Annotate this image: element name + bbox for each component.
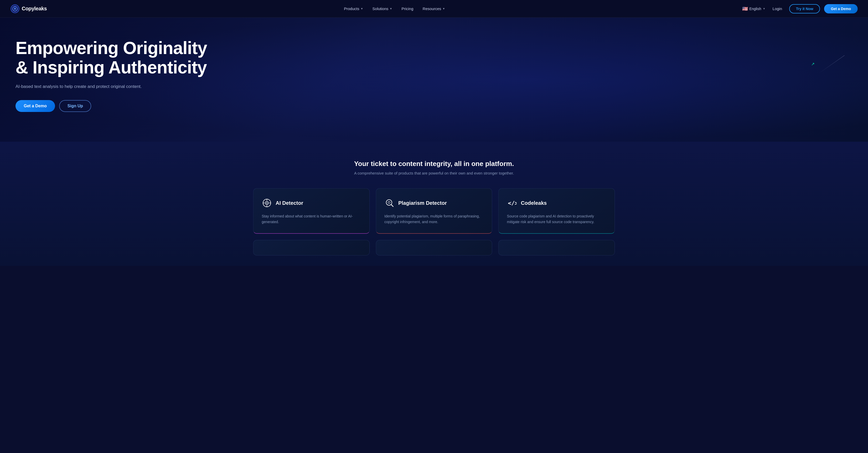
product-card-ai-detector[interactable]: AI Detector Stay informed about what con…: [253, 188, 370, 234]
hero-title: Empowering Originality & Inspiring Authe…: [16, 38, 212, 77]
product-card-codeleaks[interactable]: </> Codeleaks Source code plagiarism and…: [498, 188, 615, 234]
hero-subtitle: AI-based text analysis to help create an…: [16, 83, 212, 90]
section-title: Your ticket to content integrity, all in…: [10, 160, 858, 168]
logo-link[interactable]: Copyleaks: [10, 4, 47, 13]
product-card-bottom-2: [376, 240, 492, 255]
nav-link-products[interactable]: Products ▼: [344, 6, 363, 11]
nav-item-solutions[interactable]: Solutions ▼: [373, 6, 393, 11]
product-card-plagiarism[interactable]: Plagiarism Detector Identify potential p…: [376, 188, 492, 234]
codeleaks-icon: </>: [507, 198, 517, 208]
codeleaks-title: Codeleaks: [521, 200, 547, 206]
navbar: Copyleaks Products ▼ Solutions ▼ Pricing…: [0, 0, 868, 18]
arrow-icon: ↗: [811, 61, 815, 66]
chevron-down-icon: ▼: [442, 7, 445, 10]
chevron-down-icon: ▼: [361, 7, 363, 10]
product-cards-grid: AI Detector Stay informed about what con…: [253, 188, 615, 234]
card-header: Plagiarism Detector: [384, 198, 484, 208]
nav-link-pricing[interactable]: Pricing: [401, 6, 413, 11]
nav-item-resources[interactable]: Resources ▼: [423, 6, 445, 11]
product-card-bottom-3: [498, 240, 615, 255]
ai-detector-title: AI Detector: [276, 200, 303, 206]
chevron-down-icon: ▼: [390, 7, 392, 10]
ai-detector-icon: [262, 198, 272, 208]
product-cards-bottom-row: [253, 240, 615, 255]
nav-link-solutions[interactable]: Solutions ▼: [373, 6, 393, 11]
logo-icon: [10, 4, 20, 13]
language-label: English: [749, 7, 761, 11]
svg-text:</>: </>: [508, 200, 517, 206]
logo-text: Copyleaks: [22, 6, 47, 11]
ai-detector-desc: Stay informed about what content is huma…: [262, 213, 361, 225]
language-selector[interactable]: 🇺🇸 English ▼: [742, 6, 766, 11]
chevron-down-icon: ▼: [763, 7, 766, 10]
login-button[interactable]: Login: [770, 5, 785, 12]
nav-link-resources[interactable]: Resources ▼: [423, 6, 445, 11]
plagiarism-desc: Identify potential plagiarism, multiple …: [384, 213, 484, 225]
plagiarism-title: Plagiarism Detector: [398, 200, 447, 206]
nav-item-pricing[interactable]: Pricing: [401, 6, 413, 11]
plagiarism-detector-icon: [384, 198, 395, 208]
nav-right: 🇺🇸 English ▼ Login Try it Now Get a Demo: [742, 4, 858, 13]
section-subtitle: A comprehensive suite of products that a…: [10, 171, 858, 175]
hero-section: Empowering Originality & Inspiring Authe…: [0, 18, 868, 142]
try-now-button[interactable]: Try it Now: [789, 4, 820, 13]
svg-point-5: [266, 202, 268, 203]
card-header: </> Codeleaks: [507, 198, 606, 208]
codeleaks-desc: Source code plagiarism and AI detection …: [507, 213, 606, 225]
get-demo-hero-button[interactable]: Get a Demo: [16, 100, 55, 112]
product-card-bottom-1: [253, 240, 370, 255]
flag-icon: 🇺🇸: [742, 6, 748, 11]
decorative-line: [819, 55, 845, 74]
hero-content: Empowering Originality & Inspiring Authe…: [16, 38, 212, 112]
hero-buttons: Get a Demo Sign Up: [16, 100, 212, 112]
nav-item-products[interactable]: Products ▼: [344, 6, 363, 11]
nav-links: Products ▼ Solutions ▼ Pricing Resources…: [344, 6, 445, 11]
svg-point-11: [388, 201, 390, 203]
get-demo-nav-button[interactable]: Get a Demo: [824, 4, 858, 13]
card-header: AI Detector: [262, 198, 361, 208]
svg-line-12: [391, 204, 393, 206]
products-section: Your ticket to content integrity, all in…: [0, 142, 868, 266]
sign-up-button[interactable]: Sign Up: [59, 100, 91, 112]
